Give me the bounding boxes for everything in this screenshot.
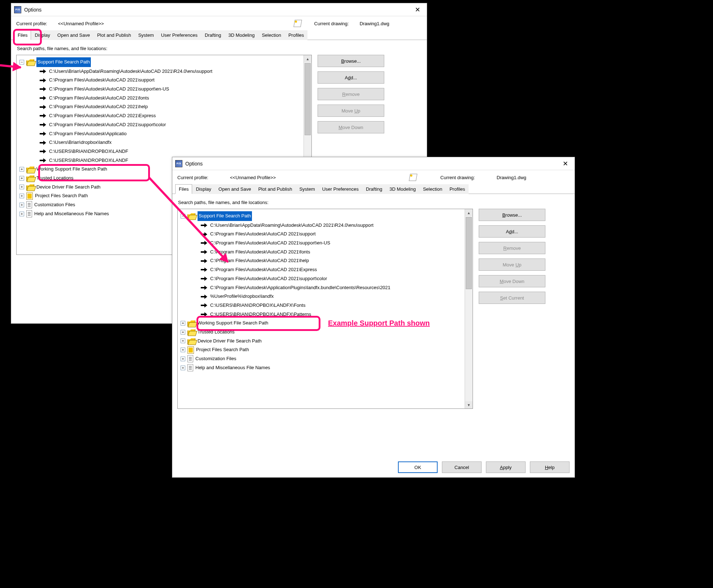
- tree-node-support-file-search-path[interactable]: − Support File Search Path: [179, 211, 463, 221]
- add-button[interactable]: Add...: [479, 225, 545, 238]
- path-icon: [201, 312, 208, 317]
- tab-open-save[interactable]: Open and Save: [54, 30, 93, 40]
- tree-node-path[interactable]: %UserProfile%\dropbox\landfx: [179, 292, 463, 301]
- tab-3d[interactable]: 3D Modeling: [225, 30, 258, 40]
- titlebar[interactable]: F/X Options ✕: [172, 157, 575, 170]
- tab-system[interactable]: System: [134, 30, 157, 40]
- tree-node-path[interactable]: C:\Program Files\Autodesk\ApplicationPlu…: [179, 283, 463, 292]
- ok-button[interactable]: OK: [398, 461, 438, 473]
- tree-node-sibling[interactable]: + Help and Miscellaneous File Names: [179, 363, 463, 372]
- tree-node-label: Project Files Search Path: [196, 345, 249, 354]
- scroll-up-icon[interactable]: ▲: [465, 209, 473, 216]
- tab-selection[interactable]: Selection: [258, 30, 284, 40]
- tree-node-path[interactable]: C:\Program Files\Autodesk\AutoCAD 2021\s…: [179, 239, 463, 248]
- cancel-button[interactable]: Cancel: [442, 461, 482, 473]
- help-button[interactable]: Help: [530, 461, 570, 473]
- tree-node-path[interactable]: C:\Program Files\Autodesk\AutoCAD 2021\s…: [18, 85, 302, 94]
- close-icon[interactable]: ✕: [559, 158, 572, 169]
- tree-node-label: Project Files Search Path: [35, 191, 88, 200]
- tree-node-label: C:\Program Files\Autodesk\AutoCAD 2021\s…: [49, 120, 166, 129]
- tab-user-prefs[interactable]: User Preferences: [319, 184, 362, 194]
- tree-node-path[interactable]: C:\Program Files\Autodesk\AutoCAD 2021\E…: [18, 111, 302, 120]
- tree-node-path[interactable]: C:\USERS\BRIAN\DROPBOX\LANDF: [18, 147, 302, 156]
- expand-icon[interactable]: +: [181, 357, 185, 361]
- titlebar[interactable]: F/X Options ✕: [11, 3, 427, 16]
- tree-node-path[interactable]: C:\Program Files\Autodesk\AutoCAD 2021\s…: [179, 230, 463, 239]
- scroll-thumb[interactable]: [466, 217, 472, 289]
- tab-drafting[interactable]: Drafting: [201, 30, 225, 40]
- expand-icon[interactable]: +: [181, 366, 185, 370]
- path-icon: [201, 295, 208, 299]
- expand-icon[interactable]: +: [181, 330, 185, 335]
- tree-node-label: C:\Program Files\Autodesk\Applicatio: [49, 129, 127, 138]
- path-icon: [40, 96, 47, 100]
- expand-icon[interactable]: +: [19, 203, 24, 207]
- browse-button[interactable]: Browse...: [479, 209, 545, 221]
- remove-button[interactable]: Remove: [318, 88, 384, 100]
- tab-profiles[interactable]: Profiles: [446, 184, 469, 194]
- scroll-down-icon[interactable]: ▼: [465, 401, 473, 408]
- tab-display[interactable]: Display: [192, 184, 215, 194]
- tab-user-prefs[interactable]: User Preferences: [158, 30, 201, 40]
- folder-icon: [187, 355, 193, 362]
- browse-button[interactable]: Browse...: [318, 55, 384, 67]
- scroll-up-icon[interactable]: ▲: [304, 55, 311, 62]
- set-current-button[interactable]: Set Current: [479, 292, 545, 304]
- scroll-thumb[interactable]: [305, 63, 311, 135]
- expand-icon[interactable]: +: [181, 348, 185, 352]
- tabs: Files Display Open and Save Plot and Pub…: [172, 183, 575, 194]
- path-icon: [201, 223, 208, 227]
- expand-icon[interactable]: +: [19, 194, 24, 198]
- tab-display[interactable]: Display: [31, 30, 54, 40]
- expand-icon[interactable]: +: [181, 339, 185, 343]
- expand-icon[interactable]: +: [181, 321, 185, 326]
- tab-files[interactable]: Files: [175, 184, 192, 194]
- tree-node-path[interactable]: C:\Program Files\Autodesk\AutoCAD 2021\s…: [18, 76, 302, 85]
- tree-view[interactable]: − Support File Search Path C:\Users\Bria…: [177, 209, 473, 409]
- tree-node-path[interactable]: C:\Users\Brian\AppData\Roaming\Autodesk\…: [179, 221, 463, 230]
- scrollbar[interactable]: ▲ ▼: [465, 209, 473, 408]
- expand-icon[interactable]: +: [19, 185, 24, 189]
- tree-node-path[interactable]: C:\USERS\BRIAN\DROPBOX\LANDFX\Patterns: [179, 310, 463, 319]
- tab-plot-publish[interactable]: Plot and Publish: [93, 30, 134, 40]
- tree-node-sibling[interactable]: + Customization Files: [179, 354, 463, 363]
- tree-node-path[interactable]: C:\Users\Brian\AppData\Roaming\Autodesk\…: [18, 67, 302, 76]
- drawing-icon: [294, 20, 301, 27]
- tab-profiles[interactable]: Profiles: [285, 30, 307, 40]
- subtitle: Search paths, file names, and file locat…: [16, 44, 422, 55]
- tab-system[interactable]: System: [296, 184, 318, 194]
- profile-label: Current profile:: [177, 175, 208, 180]
- tab-files[interactable]: Files: [14, 30, 31, 40]
- tree-node-sibling[interactable]: + Project Files Search Path: [179, 345, 463, 354]
- tree-node-support-file-search-path[interactable]: − Support File Search Path: [18, 57, 302, 67]
- tree-node-path[interactable]: C:\Users\Brian\dropbox\landfx: [18, 138, 302, 147]
- tree-node-path[interactable]: C:\Program Files\Autodesk\AutoCAD 2021\h…: [18, 102, 302, 111]
- expand-icon[interactable]: +: [19, 176, 24, 181]
- tree-node-path[interactable]: C:\Program Files\Autodesk\AutoCAD 2021\s…: [179, 274, 463, 283]
- tab-open-save[interactable]: Open and Save: [215, 184, 254, 194]
- tree-node-path[interactable]: C:\Program Files\Autodesk\AutoCAD 2021\E…: [179, 265, 463, 274]
- close-icon[interactable]: ✕: [411, 4, 424, 15]
- tree-node-path[interactable]: C:\Program Files\Autodesk\AutoCAD 2021\s…: [18, 120, 302, 129]
- expand-icon[interactable]: +: [19, 212, 24, 216]
- path-icon: [201, 286, 208, 290]
- path-icon: [201, 250, 208, 254]
- remove-button[interactable]: Remove: [479, 242, 545, 254]
- tree-node-label: C:\Program Files\Autodesk\AutoCAD 2021\s…: [49, 76, 155, 85]
- tree-node-sibling[interactable]: + Device Driver File Search Path: [179, 337, 463, 346]
- add-button[interactable]: Add...: [318, 71, 384, 84]
- move-down-button[interactable]: Move Down: [318, 121, 384, 133]
- tree-node-path[interactable]: C:\Program Files\Autodesk\Applicatio: [18, 129, 302, 138]
- tab-3d[interactable]: 3D Modeling: [386, 184, 419, 194]
- move-up-button[interactable]: Move Up: [318, 105, 384, 117]
- tab-drafting[interactable]: Drafting: [362, 184, 386, 194]
- tree-node-path[interactable]: C:\Program Files\Autodesk\AutoCAD 2021\f…: [18, 94, 302, 103]
- tree-node-sibling[interactable]: + Trusted Locations: [179, 328, 463, 337]
- tab-plot-publish[interactable]: Plot and Publish: [254, 184, 296, 194]
- move-up-button[interactable]: Move Up: [479, 258, 545, 271]
- apply-button[interactable]: Apply: [486, 461, 526, 473]
- tab-selection[interactable]: Selection: [419, 184, 446, 194]
- tree-node-path[interactable]: C:\USERS\BRIAN\DROPBOX\LANDFX\Fonts: [179, 301, 463, 310]
- expand-icon[interactable]: +: [19, 167, 24, 172]
- move-down-button[interactable]: Move Down: [479, 275, 545, 287]
